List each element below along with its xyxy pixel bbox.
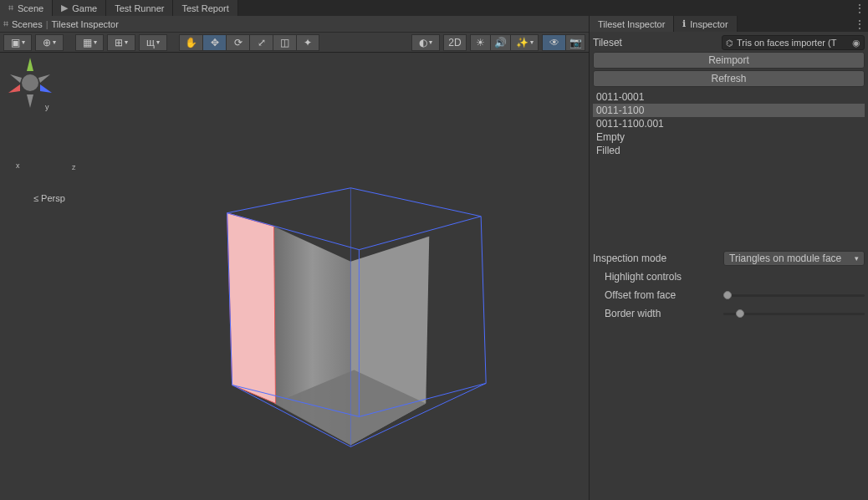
tool-grid-dropdown[interactable]: ▦	[75, 34, 104, 51]
tool-move-icon[interactable]: ✥	[202, 34, 226, 51]
inspector-panel: Tileset ⌬ Tris on faces importer (T ◉ Re…	[590, 32, 868, 157]
tab-tileset-inspector[interactable]: Tileset Inspector	[590, 16, 674, 32]
breadcrumb-root[interactable]: Scenes	[12, 19, 43, 29]
border-width-slider[interactable]	[723, 306, 865, 321]
breadcrumb-sep: |	[46, 19, 49, 29]
tileset-label: Tileset	[593, 37, 718, 48]
refresh-button[interactable]: Refresh	[593, 70, 865, 87]
border-width-label: Border width	[593, 308, 723, 319]
persp-text: Persp	[41, 193, 65, 203]
tileset-field: Tileset ⌬ Tris on faces importer (T ◉	[593, 35, 865, 50]
object-picker-icon[interactable]: ◉	[852, 38, 860, 48]
tool-hand-icon[interactable]: ✋	[179, 34, 202, 51]
perspective-label[interactable]: ≤ Persp	[33, 193, 65, 203]
tab-test-report-label: Test Report	[181, 3, 228, 13]
axis-y-label: y	[45, 103, 49, 111]
tab-test-runner[interactable]: Test Runner	[106, 0, 173, 16]
audio-icon[interactable]: 🔊	[490, 34, 510, 51]
tab-scene[interactable]: ⌗ Scene	[0, 0, 53, 16]
breadcrumb: ⌗ Scenes | Tileset Inspector	[0, 16, 589, 33]
tab-game-label: Game	[72, 3, 97, 13]
scene-render	[0, 53, 589, 498]
svg-marker-5	[27, 58, 33, 71]
tool-scale-icon[interactable]: ⤢	[249, 34, 273, 51]
svg-marker-9	[10, 74, 22, 83]
highlight-controls-label: Highlight controls	[593, 271, 723, 283]
tab-scene-label: Scene	[18, 3, 43, 13]
svg-marker-3	[227, 213, 276, 404]
info-icon: ℹ	[682, 18, 686, 29]
tool-handle-dropdown[interactable]: ⊕	[35, 34, 64, 51]
tab-inspector[interactable]: ℹ Inspector	[674, 16, 737, 32]
tab-game[interactable]: ▶ Game	[53, 0, 106, 16]
inspection-mode-dropdown[interactable]: Triangles on module face	[723, 251, 865, 266]
reimport-button[interactable]: Reimport	[593, 52, 865, 69]
scene-icon: ⌗	[8, 3, 13, 13]
tool-transform-icon[interactable]: ✦	[296, 34, 319, 51]
tool-rotate-icon[interactable]: ⟳	[226, 34, 249, 51]
tab-test-report[interactable]: Test Report	[173, 0, 237, 16]
right-tabs: Tileset Inspector ℹ Inspector ⋮	[590, 16, 868, 32]
tool-snap-dropdown[interactable]: ⊞	[107, 34, 135, 51]
svg-point-4	[22, 74, 38, 91]
draw-mode-dropdown[interactable]: ◐	[411, 34, 440, 51]
svg-marker-7	[8, 84, 20, 93]
svg-marker-10	[38, 74, 50, 83]
tool-increment-dropdown[interactable]: щ	[139, 34, 167, 51]
list-empty-space	[590, 157, 868, 249]
camera-icon[interactable]: 📷	[565, 34, 585, 51]
persp-arrow-icon: ≤	[33, 193, 38, 203]
scenes-icon: ⌗	[3, 18, 8, 29]
svg-marker-8	[40, 84, 52, 93]
list-item[interactable]: 0011-1100	[593, 104, 865, 117]
visibility-icon[interactable]: 👁	[542, 34, 565, 51]
scene-toolbar: ▣ ⊕ ▦ ⊞ щ ✋ ✥ ⟳	[0, 33, 589, 53]
tileset-object-field[interactable]: ⌬ Tris on faces importer (T ◉	[722, 35, 865, 50]
right-kebab-icon[interactable]: ⋮	[851, 16, 868, 32]
offset-from-face-label: Offset from face	[593, 289, 723, 301]
lighting-icon[interactable]: ☀	[470, 34, 490, 51]
breadcrumb-leaf[interactable]: Tileset Inspector	[52, 19, 119, 29]
list-item[interactable]: Filled	[593, 144, 865, 157]
inspection-section: Inspection mode Triangles on module face…	[590, 249, 868, 323]
list-item[interactable]: 0011-0001	[593, 90, 865, 104]
orientation-gizmo[interactable]	[0, 53, 60, 113]
top-tabs: ⌗ Scene ▶ Game Test Runner Test Report ⋮	[0, 0, 868, 16]
object-icon: ⌬	[726, 38, 733, 48]
tab-tileset-label: Tileset Inspector	[598, 19, 665, 29]
tileset-value: Tris on faces importer (T	[737, 38, 836, 48]
right-pane: Tileset Inspector ℹ Inspector ⋮ Tileset …	[590, 16, 868, 500]
list-item[interactable]: 0011-1100.001	[593, 117, 865, 130]
tool-pivot-dropdown[interactable]: ▣	[3, 34, 32, 51]
mode-2d-button[interactable]: 2D	[443, 34, 467, 51]
tab-test-runner-label: Test Runner	[115, 3, 164, 13]
svg-marker-6	[27, 94, 33, 108]
tool-rect-icon[interactable]: ◫	[273, 34, 296, 51]
left-pane: ⌗ Scenes | Tileset Inspector ▣ ⊕ ▦ ⊞	[0, 16, 590, 500]
offset-from-face-slider[interactable]	[723, 288, 865, 303]
axis-z-label: z	[72, 163, 76, 171]
inspection-mode-value: Triangles on module face	[729, 253, 841, 264]
tileset-list: 0011-0001 0011-1100 0011-1100.001 Empty …	[593, 90, 865, 157]
top-kebab-icon[interactable]: ⋮	[851, 0, 868, 16]
axis-x-label: x	[16, 161, 20, 170]
game-icon: ▶	[61, 3, 68, 13]
tab-inspector-label: Inspector	[690, 19, 728, 29]
fx-dropdown[interactable]: ✨	[510, 34, 539, 51]
scene-viewport[interactable]: x y z ≤ Persp	[0, 53, 589, 500]
inspection-mode-label: Inspection mode	[593, 253, 723, 264]
main: ⌗ Scenes | Tileset Inspector ▣ ⊕ ▦ ⊞	[0, 16, 868, 500]
list-item[interactable]: Empty	[593, 130, 865, 144]
